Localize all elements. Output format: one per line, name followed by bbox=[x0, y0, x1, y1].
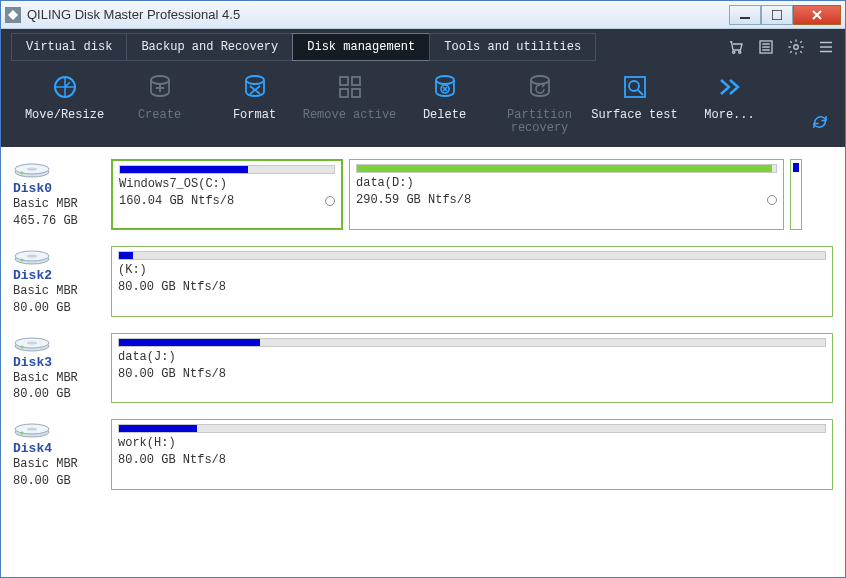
partition-info: 290.59 GB Ntfs/8 bbox=[356, 193, 471, 207]
app-icon bbox=[5, 7, 21, 23]
drive-icon bbox=[13, 333, 51, 353]
tab-bar: Virtual disk Backup and Recovery Disk ma… bbox=[1, 29, 845, 61]
gear-icon[interactable] bbox=[787, 38, 805, 56]
window-controls bbox=[729, 5, 841, 25]
tab-disk-management[interactable]: Disk management bbox=[292, 33, 430, 61]
svg-point-9 bbox=[246, 76, 264, 84]
disk-name: Disk4 bbox=[13, 441, 105, 456]
usage-bar bbox=[118, 251, 826, 260]
usage-bar bbox=[119, 165, 335, 174]
app-window: QILING Disk Master Professional 4.5 Virt… bbox=[0, 0, 846, 578]
disk-size: 80.00 GB bbox=[13, 386, 105, 403]
drive-icon bbox=[13, 419, 51, 439]
tab-backup-recovery[interactable]: Backup and Recovery bbox=[126, 33, 293, 61]
partition-data-j[interactable]: data(J:) 80.00 GB Ntfs/8 bbox=[111, 333, 833, 404]
svg-rect-11 bbox=[352, 77, 360, 85]
create-icon bbox=[144, 71, 176, 103]
tool-format[interactable]: Format bbox=[207, 71, 302, 122]
partition-windows7-os-c[interactable]: Windows7_OS(C:) 160.04 GB Ntfs/8 bbox=[111, 159, 343, 230]
partition-radio[interactable] bbox=[325, 196, 335, 206]
disk-type: Basic MBR bbox=[13, 283, 105, 300]
tab-tools-utilities[interactable]: Tools and utilities bbox=[429, 33, 596, 61]
titlebar: QILING Disk Master Professional 4.5 bbox=[1, 1, 845, 29]
partition-label: data(D:) bbox=[356, 176, 414, 190]
move-resize-icon bbox=[49, 71, 81, 103]
tool-move-resize[interactable]: Move/Resize bbox=[17, 71, 112, 122]
tool-more[interactable]: More... bbox=[682, 71, 777, 122]
tool-label: More... bbox=[704, 109, 754, 122]
drive-icon bbox=[13, 246, 51, 266]
disk-row-disk3: Disk3 Basic MBR 80.00 GB data(J:) 80.00 … bbox=[13, 333, 833, 404]
tool-label: Delete bbox=[423, 109, 466, 122]
disk-size: 80.00 GB bbox=[13, 473, 105, 490]
partition-small[interactable] bbox=[790, 159, 802, 230]
close-button[interactable] bbox=[793, 5, 841, 25]
partition-label: data(J:) bbox=[118, 350, 176, 364]
disk-name: Disk2 bbox=[13, 268, 105, 283]
usage-bar bbox=[118, 338, 826, 347]
list-icon[interactable] bbox=[757, 38, 775, 56]
tool-label: Surface test bbox=[591, 109, 677, 122]
tool-delete[interactable]: Delete bbox=[397, 71, 492, 122]
disk-row-disk4: Disk4 Basic MBR 80.00 GB work(H:) 80.00 … bbox=[13, 419, 833, 490]
menu-icon[interactable] bbox=[817, 38, 835, 56]
svg-point-6 bbox=[794, 45, 799, 50]
usage-bar bbox=[356, 164, 777, 173]
tool-label: Format bbox=[233, 109, 276, 122]
drive-icon bbox=[13, 159, 51, 179]
partition-info: 160.04 GB Ntfs/8 bbox=[119, 194, 234, 208]
window-title: QILING Disk Master Professional 4.5 bbox=[27, 7, 729, 22]
tool-label: Move/Resize bbox=[25, 109, 104, 122]
tool-remove-active[interactable]: Remove active bbox=[302, 71, 397, 122]
disk-list: Disk0 Basic MBR 465.76 GB Windows7_OS(C:… bbox=[1, 147, 845, 577]
disk-header[interactable]: Disk2 Basic MBR 80.00 GB bbox=[13, 246, 105, 317]
partition-radio[interactable] bbox=[767, 195, 777, 205]
partition-data-d[interactable]: data(D:) 290.59 GB Ntfs/8 bbox=[349, 159, 784, 230]
tab-virtual-disk[interactable]: Virtual disk bbox=[11, 33, 127, 61]
usage-bar bbox=[118, 424, 826, 433]
svg-point-25 bbox=[27, 254, 37, 257]
svg-point-26 bbox=[21, 258, 24, 261]
more-icon bbox=[714, 71, 746, 103]
disk-name: Disk3 bbox=[13, 355, 105, 370]
disk-row-disk0: Disk0 Basic MBR 465.76 GB Windows7_OS(C:… bbox=[13, 159, 833, 230]
usage-bar bbox=[793, 163, 799, 172]
svg-point-34 bbox=[21, 432, 24, 435]
disk-name: Disk0 bbox=[13, 181, 105, 196]
partition-label: Windows7_OS(C:) bbox=[119, 177, 227, 191]
partition-info: 80.00 GB Ntfs/8 bbox=[118, 367, 226, 381]
partition-label: (K:) bbox=[118, 263, 147, 277]
svg-rect-13 bbox=[352, 89, 360, 97]
disk-size: 465.76 GB bbox=[13, 213, 105, 230]
partition-label: work(H:) bbox=[118, 436, 176, 450]
svg-point-18 bbox=[629, 81, 639, 91]
svg-point-16 bbox=[531, 76, 549, 84]
tool-label: Create bbox=[138, 109, 181, 122]
toolbar: Move/Resize Create Format Remove active … bbox=[1, 61, 845, 147]
recovery-icon bbox=[524, 71, 556, 103]
tool-label: Partition recovery bbox=[507, 109, 572, 135]
disk-type: Basic MBR bbox=[13, 456, 105, 473]
delete-icon bbox=[429, 71, 461, 103]
svg-rect-2 bbox=[772, 10, 782, 20]
disk-type: Basic MBR bbox=[13, 370, 105, 387]
disk-header[interactable]: Disk4 Basic MBR 80.00 GB bbox=[13, 419, 105, 490]
surface-test-icon bbox=[619, 71, 651, 103]
disk-header[interactable]: Disk0 Basic MBR 465.76 GB bbox=[13, 159, 105, 230]
svg-rect-10 bbox=[340, 77, 348, 85]
maximize-button[interactable] bbox=[761, 5, 793, 25]
svg-point-4 bbox=[739, 51, 741, 53]
disk-size: 80.00 GB bbox=[13, 300, 105, 317]
partition-work-h[interactable]: work(H:) 80.00 GB Ntfs/8 bbox=[111, 419, 833, 490]
partition-k[interactable]: (K:) 80.00 GB Ntfs/8 bbox=[111, 246, 833, 317]
disk-header[interactable]: Disk3 Basic MBR 80.00 GB bbox=[13, 333, 105, 404]
tool-label: Remove active bbox=[303, 109, 397, 122]
svg-point-14 bbox=[436, 76, 454, 84]
tool-partition-recovery[interactable]: Partition recovery bbox=[492, 71, 587, 135]
tool-surface-test[interactable]: Surface test bbox=[587, 71, 682, 122]
cart-icon[interactable] bbox=[727, 38, 745, 56]
refresh-icon[interactable] bbox=[811, 113, 829, 131]
minimize-button[interactable] bbox=[729, 5, 761, 25]
tool-create[interactable]: Create bbox=[112, 71, 207, 122]
svg-point-21 bbox=[27, 168, 37, 171]
